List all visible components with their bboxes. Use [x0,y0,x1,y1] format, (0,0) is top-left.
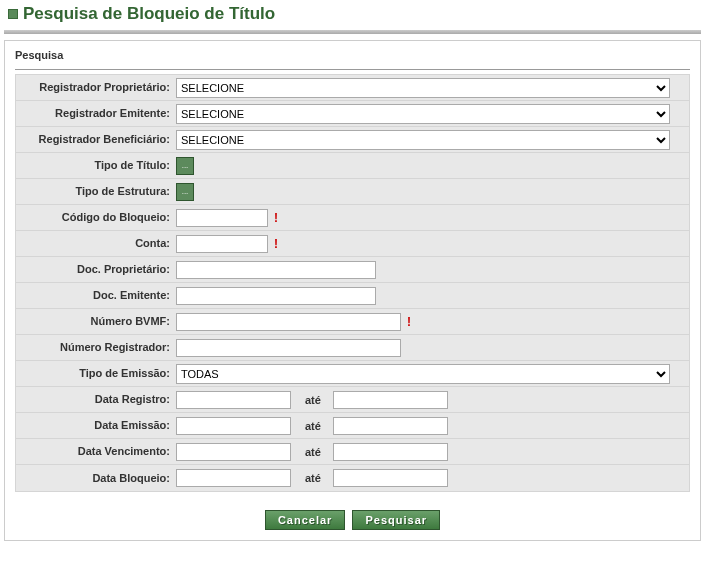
row-tipo-titulo: Tipo de Título: ... [16,153,689,179]
input-conta[interactable] [176,235,268,253]
label-data-vencimento: Data Vencimento: [16,445,176,458]
label-data-registro: Data Registro: [16,393,176,406]
input-data-registro-ate[interactable] [333,391,448,409]
row-numero-registrador: Número Registrador: [16,335,689,361]
row-tipo-emissao: Tipo de Emissão: TODAS [16,361,689,387]
required-icon: ! [407,315,411,329]
label-conta: Conta: [16,237,176,250]
input-numero-registrador[interactable] [176,339,401,357]
input-data-vencimento-de[interactable] [176,443,291,461]
ate-label: até [297,472,327,484]
ate-label: até [297,446,327,458]
label-tipo-titulo: Tipo de Título: [16,159,176,172]
select-tipo-emissao[interactable]: TODAS [176,364,670,384]
row-conta: Conta: ! [16,231,689,257]
row-data-bloqueio: Data Bloqueio: até [16,465,689,491]
row-registrador-proprietario: Registrador Proprietário: SELECIONE [16,75,689,101]
search-panel: Pesquisa Registrador Proprietário: SELEC… [4,40,701,541]
ate-label: até [297,420,327,432]
row-data-emissao: Data Emissão: até [16,413,689,439]
form-body: Registrador Proprietário: SELECIONE Regi… [15,74,690,492]
row-numero-bvmf: Número BVMF: ! [16,309,689,335]
input-numero-bvmf[interactable] [176,313,401,331]
panel-title: Pesquisa [5,41,700,63]
input-data-vencimento-ate[interactable] [333,443,448,461]
search-button[interactable]: Pesquisar [352,510,440,530]
input-data-emissao-de[interactable] [176,417,291,435]
page-title-row: Pesquisa de Bloqueio de Título [0,0,705,30]
row-doc-proprietario: Doc. Proprietário: [16,257,689,283]
ate-label: até [297,394,327,406]
label-registrador-emitente: Registrador Emitente: [16,107,176,120]
row-doc-emitente: Doc. Emitente: [16,283,689,309]
page-title: Pesquisa de Bloqueio de Título [23,4,275,24]
panel-divider [15,69,690,70]
label-registrador-proprietario: Registrador Proprietário: [16,81,176,94]
label-numero-bvmf: Número BVMF: [16,315,176,328]
label-doc-emitente: Doc. Emitente: [16,289,176,302]
lookup-tipo-estrutura-button[interactable]: ... [176,183,194,201]
input-data-bloqueio-de[interactable] [176,469,291,487]
label-registrador-beneficiario: Registrador Beneficiário: [16,133,176,146]
required-icon: ! [274,237,278,251]
title-divider [4,30,701,34]
select-registrador-emitente[interactable]: SELECIONE [176,104,670,124]
row-registrador-emitente: Registrador Emitente: SELECIONE [16,101,689,127]
button-row: Cancelar Pesquisar [5,502,700,540]
label-data-bloqueio: Data Bloqueio: [16,472,176,485]
input-doc-emitente[interactable] [176,287,376,305]
cancel-button[interactable]: Cancelar [265,510,345,530]
input-doc-proprietario[interactable] [176,261,376,279]
row-registrador-beneficiario: Registrador Beneficiário: SELECIONE [16,127,689,153]
input-data-bloqueio-ate[interactable] [333,469,448,487]
row-tipo-estrutura: Tipo de Estrutura: ... [16,179,689,205]
label-numero-registrador: Número Registrador: [16,341,176,354]
select-registrador-beneficiario[interactable]: SELECIONE [176,130,670,150]
required-icon: ! [274,211,278,225]
select-registrador-proprietario[interactable]: SELECIONE [176,78,670,98]
label-doc-proprietario: Doc. Proprietário: [16,263,176,276]
label-data-emissao: Data Emissão: [16,419,176,432]
row-codigo-bloqueio: Código do Bloqueio: ! [16,205,689,231]
lookup-tipo-titulo-button[interactable]: ... [176,157,194,175]
input-data-emissao-ate[interactable] [333,417,448,435]
label-tipo-emissao: Tipo de Emissão: [16,367,176,380]
label-codigo-bloqueio: Código do Bloqueio: [16,211,176,224]
row-data-registro: Data Registro: até [16,387,689,413]
input-codigo-bloqueio[interactable] [176,209,268,227]
input-data-registro-de[interactable] [176,391,291,409]
label-tipo-estrutura: Tipo de Estrutura: [16,185,176,198]
row-data-vencimento: Data Vencimento: até [16,439,689,465]
page-title-icon [8,9,18,19]
